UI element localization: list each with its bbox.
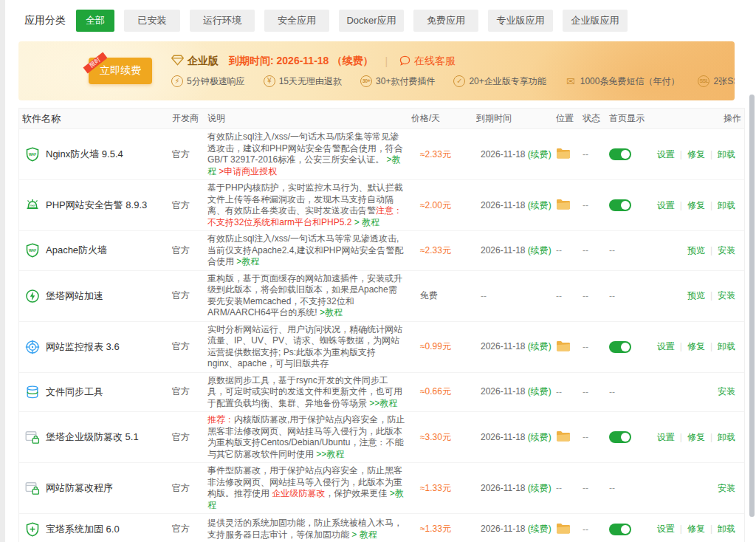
action-link[interactable]: 安装 — [718, 290, 735, 301]
action-link[interactable]: 安装 — [718, 245, 735, 255]
developer-cell: 官方 — [169, 482, 205, 495]
action-link[interactable]: 预览 — [687, 245, 705, 255]
folder-icon[interactable] — [556, 430, 570, 444]
expire-cell: 2026-11-18 (续费) — [473, 523, 553, 535]
app-name-cell: WAF Nginx防火墙 9.5.4 — [19, 147, 169, 162]
location-cell — [553, 199, 580, 212]
homepage-toggle[interactable] — [609, 524, 631, 535]
developer-cell: 官方 — [169, 289, 205, 302]
row-renew-link[interactable]: (续费) — [526, 483, 551, 493]
header-9: 操作 — [653, 112, 744, 125]
category-tab-2[interactable]: 已安装 — [124, 10, 180, 32]
action-separator: | — [710, 432, 712, 442]
svg-text:PHP: PHP — [30, 204, 36, 207]
action-link[interactable]: 修复 — [687, 432, 705, 442]
row-renew-link[interactable]: (续费) — [526, 386, 551, 397]
developer-cell: 官方 — [169, 148, 205, 161]
description-link[interactable]: >>教程 — [369, 398, 397, 408]
folder-icon[interactable] — [556, 199, 570, 212]
category-tab-6[interactable]: 免费应用 — [413, 10, 478, 32]
badge-check-icon: ✓ — [453, 75, 465, 87]
location-cell: -- — [553, 291, 580, 301]
plugins-30-icon: 30+ — [360, 75, 372, 87]
expire-date-text: 到期时间: 2026-11-18 — [229, 55, 329, 68]
homepage-toggle[interactable] — [609, 341, 631, 353]
action-separator: | — [680, 341, 682, 351]
category-tab-4[interactable]: 安全应用 — [264, 10, 329, 32]
category-label: 应用分类 — [24, 14, 66, 27]
category-tab-5[interactable]: Docker应用 — [339, 10, 404, 32]
description-cell: 实时分析网站运行、用户访问状况，精确统计网站流量、IP、UV、PV、请求、蜘蛛等… — [205, 324, 408, 370]
description-link[interactable]: 企业级防篡改 — [272, 488, 325, 498]
action-link[interactable]: 安装 — [718, 386, 735, 397]
action-link[interactable]: 设置 — [657, 432, 675, 442]
header-7: 状态 — [580, 112, 606, 125]
homepage-toggle[interactable] — [609, 431, 631, 443]
action-link[interactable]: 卸载 — [718, 524, 735, 534]
homepage-toggle[interactable] — [609, 148, 631, 160]
action-link[interactable]: 卸载 — [718, 200, 735, 210]
category-tabs: 全部已安装运行环境安全应用Docker应用免费应用专业版应用企业版应用 — [76, 10, 637, 32]
row-renew-link[interactable]: (续费) — [526, 432, 551, 442]
expire-renew-link[interactable]: （续费） — [331, 55, 373, 68]
description-link[interactable]: >>教程 — [316, 449, 344, 459]
homepage-toggle-cell: -- — [606, 387, 653, 397]
action-link[interactable]: 卸载 — [718, 341, 735, 351]
action-link[interactable]: 设置 — [657, 149, 675, 159]
developer-cell: 官方 — [169, 431, 205, 444]
renew-now-button[interactable]: 限时 立即续费 — [89, 58, 152, 84]
category-tab-7[interactable]: 专业版应用 — [488, 10, 553, 32]
header-2: 开发商 — [169, 112, 205, 125]
folder-icon[interactable] — [556, 148, 570, 161]
row-renew-link[interactable]: (续费) — [526, 341, 551, 351]
folder-icon[interactable] — [556, 523, 570, 536]
online-support-link[interactable]: 在线客服 — [399, 55, 456, 68]
homepage-toggle[interactable] — [609, 199, 631, 211]
action-link[interactable]: 修复 — [687, 524, 705, 534]
action-link[interactable]: 修复 — [687, 341, 705, 351]
description-link[interactable]: > 教程 — [351, 217, 379, 227]
expire-date: 2026-11-18 — [481, 149, 526, 159]
row-renew-link[interactable]: (续费) — [526, 200, 551, 210]
header-5: 到期时间 — [473, 112, 553, 125]
description-link[interactable]: >申请商业授权 — [216, 166, 277, 176]
row-renew-link[interactable]: (续费) — [526, 524, 551, 534]
feature-item: ✓20+企业版专享功能 — [453, 75, 546, 88]
vertical-scrollbar-thumb[interactable] — [749, 95, 755, 517]
actions-cell: 设置|修复|卸载 — [653, 340, 744, 353]
status-cell: -- — [580, 149, 606, 159]
description-link[interactable]: >教程 — [236, 256, 259, 267]
action-link[interactable]: 设置 — [657, 200, 675, 210]
row-renew-link[interactable]: (续费) — [526, 149, 551, 159]
action-link[interactable]: 卸载 — [718, 149, 735, 159]
expire-cell: 2026-11-18 (续费) — [473, 340, 553, 353]
action-link[interactable]: 安装 — [718, 483, 735, 493]
category-tab-1[interactable]: 全部 — [76, 10, 114, 32]
feature-label: 5分钟极速响应 — [187, 75, 245, 88]
row-renew-link[interactable]: (续费) — [526, 245, 551, 255]
action-separator: | — [710, 149, 712, 159]
folder-icon[interactable] — [556, 340, 570, 354]
action-link[interactable]: 修复 — [687, 149, 705, 159]
description-link[interactable]: >教程 — [320, 307, 343, 318]
description-cell: 有效防止sql注入/xss/一句话木马/防采集等常见渗透攻击，建议和PHP网站安… — [205, 131, 408, 177]
expire-date: 2026-11-18 — [481, 245, 526, 255]
price-cell: ≈1.33元 — [408, 523, 473, 535]
category-tab-3[interactable]: 运行环境 — [190, 10, 255, 32]
description-cell: 原数据同步工具，基于rsync开发的文件同步工具，可定时或实时的发送文件和更新文… — [205, 375, 408, 410]
window-lock-icon — [25, 481, 40, 495]
description-cell: 推荐：内核版防篡改,用于保护站点内容安全，防止黑客非法修改网页、网站挂马等入侵行… — [205, 414, 408, 460]
feature-item: SSL2张SSL商用证书（年付） — [698, 75, 735, 88]
action-link[interactable]: 预览 — [687, 290, 705, 301]
description-link[interactable]: > 教程 — [351, 529, 377, 540]
feature-label: 15天无理由退款 — [279, 75, 342, 88]
action-link[interactable]: 设置 — [657, 341, 675, 351]
action-separator: | — [680, 200, 682, 210]
action-link[interactable]: 设置 — [657, 524, 675, 534]
action-link[interactable]: 修复 — [687, 200, 705, 210]
description-cell: 基于PHP内核防护，实时监控木马行为、默认拦截文件上传等各种漏洞攻击，发现木马支… — [205, 182, 408, 228]
action-separator: | — [710, 341, 712, 351]
status-cell: -- — [580, 432, 606, 442]
action-link[interactable]: 卸载 — [718, 432, 735, 442]
category-tab-8[interactable]: 企业版应用 — [563, 10, 628, 32]
